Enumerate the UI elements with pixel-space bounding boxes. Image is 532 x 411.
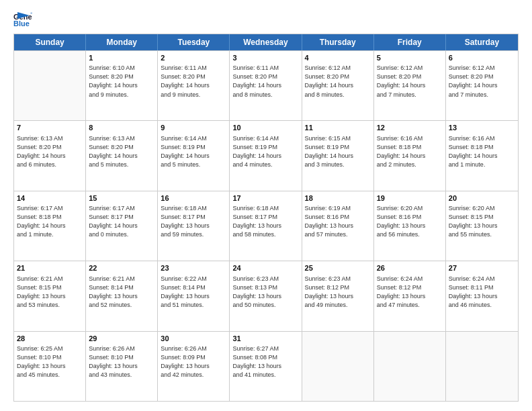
calendar-cell: 27Sunrise: 6:24 AM Sunset: 8:11 PM Dayli… [446, 261, 518, 330]
page: General Blue SundayMondayTuesdayWednesda… [0, 0, 532, 411]
day-info: Sunrise: 6:12 AM Sunset: 8:20 PM Dayligh… [305, 64, 371, 99]
calendar-cell: 12Sunrise: 6:16 AM Sunset: 8:18 PM Dayli… [374, 121, 446, 190]
day-info: Sunrise: 6:15 AM Sunset: 8:19 PM Dayligh… [305, 134, 371, 169]
day-number: 24 [232, 263, 298, 273]
day-info: Sunrise: 6:24 AM Sunset: 8:11 PM Dayligh… [449, 275, 515, 310]
day-info: Sunrise: 6:13 AM Sunset: 8:20 PM Dayligh… [89, 134, 154, 169]
day-info: Sunrise: 6:24 AM Sunset: 8:12 PM Dayligh… [377, 275, 443, 310]
calendar-cell: 10Sunrise: 6:14 AM Sunset: 8:19 PM Dayli… [230, 121, 302, 190]
calendar-cell: 31Sunrise: 6:27 AM Sunset: 8:08 PM Dayli… [230, 332, 302, 401]
day-info: Sunrise: 6:11 AM Sunset: 8:20 PM Dayligh… [161, 64, 226, 99]
day-number: 4 [305, 53, 371, 63]
header-day-thursday: Thursday [302, 34, 374, 50]
calendar-cell: 1Sunrise: 6:10 AM Sunset: 8:20 PM Daylig… [86, 51, 158, 120]
day-number: 22 [89, 263, 154, 273]
header-day-sunday: Sunday [14, 34, 86, 50]
calendar-cell [14, 51, 86, 120]
calendar-cell: 25Sunrise: 6:23 AM Sunset: 8:12 PM Dayli… [302, 261, 374, 330]
day-number: 15 [89, 193, 154, 203]
day-info: Sunrise: 6:18 AM Sunset: 8:17 PM Dayligh… [161, 204, 226, 239]
calendar-cell: 4Sunrise: 6:12 AM Sunset: 8:20 PM Daylig… [302, 51, 374, 120]
day-info: Sunrise: 6:18 AM Sunset: 8:17 PM Dayligh… [232, 204, 298, 239]
day-info: Sunrise: 6:26 AM Sunset: 8:10 PM Dayligh… [89, 345, 154, 379]
day-number: 3 [232, 53, 298, 63]
header-day-friday: Friday [374, 34, 446, 50]
day-info: Sunrise: 6:12 AM Sunset: 8:20 PM Dayligh… [449, 64, 515, 99]
logo: General Blue [13, 12, 30, 27]
day-number: 11 [305, 123, 371, 133]
calendar-cell: 14Sunrise: 6:17 AM Sunset: 8:18 PM Dayli… [14, 191, 86, 261]
calendar-cell: 6Sunrise: 6:12 AM Sunset: 8:20 PM Daylig… [446, 51, 518, 120]
calendar-cell: 13Sunrise: 6:16 AM Sunset: 8:18 PM Dayli… [446, 121, 518, 190]
day-number: 26 [377, 263, 443, 273]
day-number: 28 [17, 334, 83, 344]
calendar-cell: 21Sunrise: 6:21 AM Sunset: 8:15 PM Dayli… [14, 261, 86, 330]
day-info: Sunrise: 6:23 AM Sunset: 8:13 PM Dayligh… [232, 275, 298, 310]
day-info: Sunrise: 6:25 AM Sunset: 8:10 PM Dayligh… [17, 345, 83, 379]
header-day-tuesday: Tuesday [158, 34, 230, 50]
day-number: 25 [305, 263, 371, 273]
day-number: 2 [161, 53, 226, 63]
day-info: Sunrise: 6:14 AM Sunset: 8:19 PM Dayligh… [232, 134, 298, 169]
calendar-header: SundayMondayTuesdayWednesdayThursdayFrid… [14, 34, 518, 50]
day-number: 13 [449, 123, 515, 133]
header-day-monday: Monday [86, 34, 158, 50]
day-info: Sunrise: 6:21 AM Sunset: 8:15 PM Dayligh… [17, 275, 83, 310]
calendar-cell [302, 332, 374, 401]
day-number: 23 [161, 263, 226, 273]
calendar-cell: 29Sunrise: 6:26 AM Sunset: 8:10 PM Dayli… [86, 332, 158, 401]
day-number: 20 [449, 193, 515, 203]
header-day-wednesday: Wednesday [230, 34, 302, 50]
calendar-cell: 20Sunrise: 6:20 AM Sunset: 8:15 PM Dayli… [446, 191, 518, 261]
day-number: 17 [232, 193, 298, 203]
calendar-cell: 26Sunrise: 6:24 AM Sunset: 8:12 PM Dayli… [374, 261, 446, 330]
calendar-cell: 17Sunrise: 6:18 AM Sunset: 8:17 PM Dayli… [230, 191, 302, 261]
header-day-saturday: Saturday [446, 34, 518, 50]
day-number: 27 [449, 263, 515, 273]
calendar-week-4: 21Sunrise: 6:21 AM Sunset: 8:15 PM Dayli… [14, 261, 518, 330]
day-number: 7 [17, 123, 83, 133]
day-info: Sunrise: 6:22 AM Sunset: 8:14 PM Dayligh… [161, 275, 226, 310]
day-number: 18 [305, 193, 371, 203]
day-number: 21 [17, 263, 83, 273]
calendar-cell: 15Sunrise: 6:17 AM Sunset: 8:17 PM Dayli… [86, 191, 158, 261]
calendar-cell: 7Sunrise: 6:13 AM Sunset: 8:20 PM Daylig… [14, 121, 86, 190]
day-info: Sunrise: 6:16 AM Sunset: 8:18 PM Dayligh… [449, 134, 515, 169]
day-info: Sunrise: 6:10 AM Sunset: 8:20 PM Dayligh… [89, 64, 154, 99]
calendar-cell: 24Sunrise: 6:23 AM Sunset: 8:13 PM Dayli… [230, 261, 302, 330]
day-number: 30 [161, 334, 226, 344]
calendar-week-3: 14Sunrise: 6:17 AM Sunset: 8:18 PM Dayli… [14, 191, 518, 261]
calendar-cell: 8Sunrise: 6:13 AM Sunset: 8:20 PM Daylig… [86, 121, 158, 190]
calendar-cell [446, 332, 518, 401]
calendar-cell: 18Sunrise: 6:19 AM Sunset: 8:16 PM Dayli… [302, 191, 374, 261]
day-number: 16 [161, 193, 226, 203]
calendar-cell: 5Sunrise: 6:12 AM Sunset: 8:20 PM Daylig… [374, 51, 446, 120]
header: General Blue [13, 12, 519, 27]
calendar-week-1: 1Sunrise: 6:10 AM Sunset: 8:20 PM Daylig… [14, 50, 518, 120]
day-info: Sunrise: 6:14 AM Sunset: 8:19 PM Dayligh… [161, 134, 226, 169]
day-info: Sunrise: 6:16 AM Sunset: 8:18 PM Dayligh… [377, 134, 443, 169]
day-number: 14 [17, 193, 83, 203]
calendar-cell [374, 332, 446, 401]
calendar-cell: 9Sunrise: 6:14 AM Sunset: 8:19 PM Daylig… [158, 121, 230, 190]
day-number: 1 [89, 53, 154, 63]
calendar-cell: 22Sunrise: 6:21 AM Sunset: 8:14 PM Dayli… [86, 261, 158, 330]
svg-marker-3 [17, 12, 30, 19]
day-info: Sunrise: 6:20 AM Sunset: 8:16 PM Dayligh… [377, 204, 443, 239]
day-number: 9 [161, 123, 226, 133]
logo-flag-icon [17, 12, 30, 21]
day-number: 29 [89, 334, 154, 344]
calendar-week-5: 28Sunrise: 6:25 AM Sunset: 8:10 PM Dayli… [14, 331, 518, 401]
day-info: Sunrise: 6:19 AM Sunset: 8:16 PM Dayligh… [305, 204, 371, 239]
day-info: Sunrise: 6:12 AM Sunset: 8:20 PM Dayligh… [377, 64, 443, 99]
day-number: 5 [377, 53, 443, 63]
day-info: Sunrise: 6:26 AM Sunset: 8:09 PM Dayligh… [161, 345, 226, 379]
day-info: Sunrise: 6:27 AM Sunset: 8:08 PM Dayligh… [232, 345, 298, 379]
calendar-cell: 28Sunrise: 6:25 AM Sunset: 8:10 PM Dayli… [14, 332, 86, 401]
calendar-cell: 30Sunrise: 6:26 AM Sunset: 8:09 PM Dayli… [158, 332, 230, 401]
day-info: Sunrise: 6:11 AM Sunset: 8:20 PM Dayligh… [232, 64, 298, 99]
day-info: Sunrise: 6:17 AM Sunset: 8:18 PM Dayligh… [17, 204, 83, 239]
calendar: SundayMondayTuesdayWednesdayThursdayFrid… [13, 34, 519, 402]
calendar-cell: 11Sunrise: 6:15 AM Sunset: 8:19 PM Dayli… [302, 121, 374, 190]
day-info: Sunrise: 6:23 AM Sunset: 8:12 PM Dayligh… [305, 275, 371, 310]
